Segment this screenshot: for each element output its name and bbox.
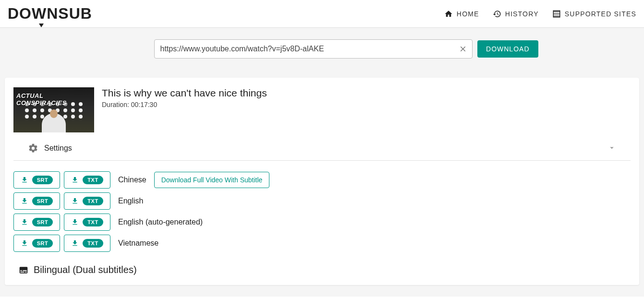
download-button[interactable]: DOWNLOAD (477, 40, 538, 58)
format-pill-srt: SRT (32, 176, 53, 184)
download-srt-button[interactable]: SRT (13, 171, 60, 189)
url-input[interactable] (154, 39, 473, 59)
nav-supported-label: SUPPORTED SITES (565, 10, 636, 18)
search-row: DOWNLOAD (106, 39, 538, 59)
download-icon (71, 218, 79, 226)
video-thumbnail[interactable]: ACTUAL CONSPIRACIES (13, 87, 94, 132)
video-title: This is why we can't have nice things (102, 87, 267, 99)
gear-icon (28, 143, 38, 154)
language-row: SRTTXTVietnamese (13, 235, 631, 252)
list-icon (552, 10, 561, 18)
download-icon (21, 197, 28, 205)
download-srt-button[interactable]: SRT (13, 235, 60, 252)
settings-toggle[interactable]: Settings (13, 138, 631, 161)
logo-arrow-icon (39, 24, 44, 27)
download-icon (71, 176, 79, 184)
download-icon (21, 239, 28, 247)
language-row: SRTTXTChineseDownload Full Video With Su… (13, 171, 631, 189)
logo-text: DOWNSUB (8, 5, 92, 22)
language-row: SRTTXTEnglish (13, 192, 631, 210)
language-name: Chinese (118, 176, 146, 184)
format-pill-txt: TXT (83, 176, 103, 184)
video-meta: This is why we can't have nice things Du… (102, 87, 267, 132)
video-duration: Duration: 00:17:30 (102, 101, 267, 108)
nav-home[interactable]: HOME (444, 10, 479, 18)
video-info: ACTUAL CONSPIRACIES This is why we can't… (13, 87, 631, 132)
settings-label: Settings (44, 144, 72, 153)
format-pill-srt: SRT (32, 218, 53, 226)
format-pill-txt: TXT (83, 218, 103, 226)
result-card: ACTUAL CONSPIRACIES This is why we can't… (5, 78, 639, 285)
chevron-down-icon (608, 143, 616, 154)
nav-home-label: HOME (457, 10, 479, 18)
nav-history-label: HISTORY (505, 10, 539, 18)
thumbnail-overlay-text: ACTUAL CONSPIRACIES (16, 92, 91, 107)
language-name: English (auto-generated) (118, 218, 203, 226)
download-icon (21, 176, 28, 184)
bilingual-label: Bilingual (Dual subtitles) (34, 264, 137, 275)
language-row: SRTTXTEnglish (auto-generated) (13, 214, 631, 231)
header: DOWNSUB HOME HISTORY SUPPORTED SITES (0, 0, 644, 28)
format-pill-txt: TXT (83, 197, 103, 205)
download-full-video-button[interactable]: Download Full Video With Subtitle (154, 172, 270, 188)
main-area: DOWNLOAD ACTUAL CONSPIRACIES This is why… (0, 28, 644, 297)
history-icon (493, 10, 501, 18)
nav-supported-sites[interactable]: SUPPORTED SITES (552, 10, 636, 18)
close-icon (459, 45, 467, 53)
language-name: English (118, 197, 143, 205)
nav-history[interactable]: HISTORY (493, 10, 539, 18)
download-icon (71, 197, 79, 205)
logo[interactable]: DOWNSUB (8, 5, 92, 23)
language-list: SRTTXTChineseDownload Full Video With Su… (13, 171, 631, 252)
home-icon (444, 10, 453, 18)
download-icon (21, 218, 28, 226)
nav: HOME HISTORY SUPPORTED SITES (444, 10, 636, 18)
download-srt-button[interactable]: SRT (13, 214, 60, 231)
format-pill-txt: TXT (83, 239, 103, 248)
bilingual-section: Bilingual (Dual subtitles) (13, 264, 631, 275)
download-icon (71, 239, 79, 247)
format-pill-srt: SRT (32, 197, 53, 205)
download-txt-button[interactable]: TXT (64, 235, 110, 252)
clear-input-button[interactable] (457, 43, 469, 55)
download-txt-button[interactable]: TXT (64, 192, 110, 210)
language-name: Vietnamese (118, 239, 158, 248)
format-pill-srt: SRT (32, 239, 53, 248)
download-txt-button[interactable]: TXT (64, 214, 110, 231)
search-box (154, 39, 473, 59)
subtitles-icon (18, 265, 29, 275)
download-txt-button[interactable]: TXT (64, 171, 110, 189)
download-srt-button[interactable]: SRT (13, 192, 60, 210)
